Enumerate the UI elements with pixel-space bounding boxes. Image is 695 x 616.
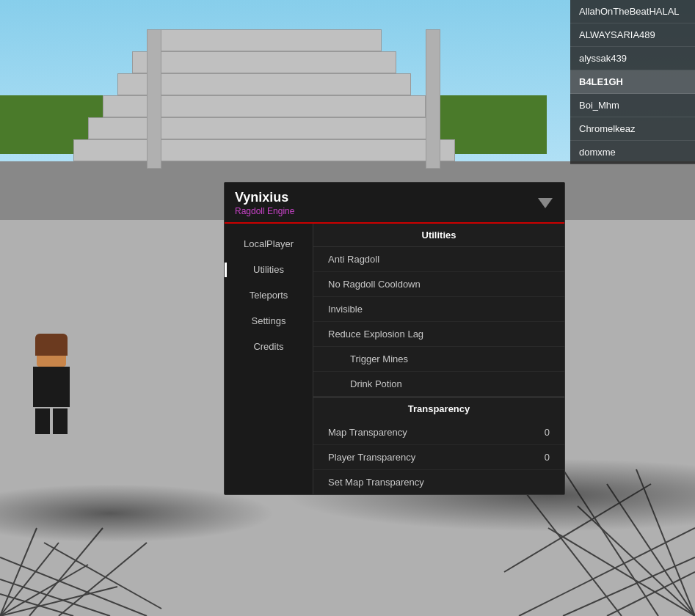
player-item[interactable]: Boi_Mhm xyxy=(570,94,695,117)
utility-drink-potion[interactable]: Drink Potion xyxy=(313,372,564,397)
transparency-header: Transparency xyxy=(313,397,564,420)
svg-line-0 xyxy=(0,543,59,616)
panel-title: Vynixius xyxy=(235,190,294,205)
player-item[interactable]: alyssak439 xyxy=(570,47,695,70)
panel-title-block: Vynixius Ragdoll Engine xyxy=(235,190,294,216)
player-item-highlighted[interactable]: B4LE1GH xyxy=(570,70,695,94)
panel-nav: LocalPlayer Utilities Teleports Settings… xyxy=(225,224,313,494)
panel-body: LocalPlayer Utilities Teleports Settings… xyxy=(225,222,564,494)
player-item[interactable]: AllahOnTheBeatHALAL xyxy=(570,0,695,23)
svg-line-12 xyxy=(548,528,695,616)
panel-header: Vynixius Ragdoll Engine xyxy=(225,183,564,222)
svg-line-1 xyxy=(0,565,88,616)
player-transparency-label: Player Transparency xyxy=(328,452,415,463)
nav-item-utilities[interactable]: Utilities xyxy=(225,257,313,282)
gui-panel: Vynixius Ragdoll Engine LocalPlayer Util… xyxy=(224,182,565,495)
character xyxy=(22,337,81,440)
svg-line-4 xyxy=(29,528,103,616)
nav-item-settings[interactable]: Settings xyxy=(225,308,313,334)
player-transparency-value: 0 xyxy=(545,452,550,463)
svg-line-14 xyxy=(563,469,658,616)
player-list-panel: AllahOnTheBeatHALAL ALWAYSARIA489 alyssa… xyxy=(570,0,695,164)
utility-no-ragdoll-cooldown[interactable]: No Ragdoll Cooldown xyxy=(313,272,564,297)
svg-line-11 xyxy=(578,506,695,616)
utility-invisible[interactable]: Invisible xyxy=(313,297,564,322)
transparency-section: Transparency Map Transparency 0 Player T… xyxy=(313,397,564,494)
panel-content: Utilities Anti Ragdoll No Ragdoll Cooldo… xyxy=(313,224,564,494)
utilities-header: Utilities xyxy=(313,224,564,247)
map-transparency-value: 0 xyxy=(545,427,550,438)
player-item[interactable]: Chromelkeaz xyxy=(570,117,695,141)
player-transparency-row: Player Transparency 0 xyxy=(313,445,564,470)
svg-line-17 xyxy=(519,528,695,616)
minimize-button[interactable] xyxy=(536,194,554,212)
map-transparency-row: Map Transparency 0 xyxy=(313,420,564,445)
svg-line-5 xyxy=(59,543,147,616)
svg-line-18 xyxy=(607,572,695,616)
utility-trigger-mines[interactable]: Trigger Mines xyxy=(313,347,564,372)
player-item[interactable]: ALWAYSARIA489 xyxy=(570,23,695,47)
map-transparency-label: Map Transparency xyxy=(328,427,407,438)
nav-item-localplayer[interactable]: LocalPlayer xyxy=(225,231,313,257)
player-item[interactable]: domxme xyxy=(570,141,695,164)
minimize-icon xyxy=(538,198,553,208)
set-map-transparency-button[interactable]: Set Map Transparency xyxy=(313,470,564,494)
nav-item-teleports[interactable]: Teleports xyxy=(225,282,313,308)
utility-reduce-explosion-lag[interactable]: Reduce Explosion Lag xyxy=(313,322,564,347)
stairs xyxy=(73,0,440,169)
nav-item-credits[interactable]: Credits xyxy=(225,334,313,359)
panel-subtitle: Ragdoll Engine xyxy=(235,206,294,216)
floor-pattern-left xyxy=(0,469,235,616)
utility-anti-ragdoll[interactable]: Anti Ragdoll xyxy=(313,247,564,272)
